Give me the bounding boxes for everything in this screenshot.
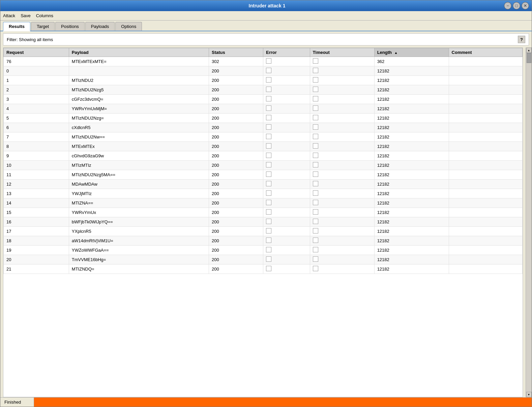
menu-columns[interactable]: Columns	[36, 13, 53, 18]
cell-length: 12182	[374, 255, 449, 264]
table-row[interactable]: 2MTIzNDU2Nzg520012182	[4, 85, 523, 95]
cell-payload: cGFzc3dvcmQ=	[69, 95, 209, 104]
scroll-up-button[interactable]: ▲	[526, 48, 532, 53]
cell-error	[263, 66, 310, 76]
cell-timeout	[310, 180, 374, 189]
filter-text: Filter: Showing all items	[7, 37, 53, 42]
cell-request: 2	[4, 85, 69, 95]
table-row[interactable]: 14MTIZNA==20012182	[4, 198, 523, 208]
cell-payload: MTExMTExMTE=	[69, 57, 209, 66]
cell-comment	[449, 151, 522, 161]
cell-timeout	[310, 161, 374, 170]
tab-payloads[interactable]: Payloads	[85, 22, 115, 31]
cell-timeout	[310, 57, 374, 66]
cell-payload: MTIzNDU2Nzg5MA==	[69, 170, 209, 180]
cell-length: 12182	[374, 189, 449, 198]
cell-comment	[449, 189, 522, 198]
table-row[interactable]: 1MTIzNDU220012182	[4, 76, 523, 85]
scroll-thumb[interactable]	[527, 53, 531, 63]
table-row[interactable]: 15YWRvYmUx20012182	[4, 208, 523, 217]
cell-timeout	[310, 227, 374, 236]
cell-error	[263, 198, 310, 208]
maximize-button[interactable]: □	[513, 2, 520, 9]
table-row[interactable]: 13YWJjMTIz20012182	[4, 189, 523, 198]
cell-request: 21	[4, 264, 69, 274]
col-request[interactable]: Request	[4, 48, 69, 57]
table-row[interactable]: 20TmVVME16bHg=20012182	[4, 255, 523, 264]
col-comment[interactable]: Comment	[449, 48, 522, 57]
results-table: Request Payload Status Error Timeout Len…	[3, 48, 523, 274]
cell-timeout	[310, 85, 374, 95]
cell-payload: MTIzNDU2	[69, 76, 209, 85]
cell-length: 12182	[374, 151, 449, 161]
table-row[interactable]: 7MTIzNDU2Nw==20012182	[4, 132, 523, 142]
tab-positions[interactable]: Positions	[55, 22, 85, 31]
table-row[interactable]: 17YXplcnR520012182	[4, 227, 523, 236]
table-header-row: Request Payload Status Error Timeout Len…	[4, 48, 523, 57]
table-row[interactable]: 10MTIzMTIz20012182	[4, 161, 523, 170]
cell-error	[263, 85, 310, 95]
minimize-button[interactable]: −	[504, 2, 511, 9]
table-row[interactable]: 11MTIzNDU2Nzg5MA==20012182	[4, 170, 523, 180]
tab-target[interactable]: Target	[31, 22, 55, 31]
cell-payload: cGhvdG9zaG9w	[69, 151, 209, 161]
status-label: Finished	[0, 398, 34, 407]
cell-error	[263, 189, 310, 198]
cell-status: 200	[209, 255, 263, 264]
col-payload[interactable]: Payload	[69, 48, 209, 57]
scroll-down-button[interactable]: ▼	[526, 392, 532, 397]
col-error[interactable]: Error	[263, 48, 310, 57]
table-wrapper[interactable]: Request Payload Status Error Timeout Len…	[3, 48, 523, 397]
cell-comment	[449, 180, 522, 189]
cell-payload: YXplcnR5	[69, 227, 209, 236]
cell-payload: bWFjbTk0WlJpYQ==	[69, 217, 209, 227]
table-row[interactable]: 16bWFjbTk0WlJpYQ==20012182	[4, 217, 523, 227]
scroll-track[interactable]	[526, 53, 532, 392]
cell-error	[263, 180, 310, 189]
cell-error	[263, 123, 310, 132]
col-length[interactable]: Length ▲	[374, 48, 449, 57]
cell-length: 12182	[374, 114, 449, 123]
cell-payload	[69, 66, 209, 76]
table-row[interactable]: 5MTIzNDU2Nzg=20012182	[4, 114, 523, 123]
table-body: 76MTExMTExMTE=3023620200121821MTIzNDU220…	[4, 57, 523, 274]
cell-length: 12182	[374, 76, 449, 85]
table-row[interactable]: 6cXdlcnR520012182	[4, 123, 523, 132]
cell-request: 7	[4, 132, 69, 142]
cell-comment	[449, 170, 522, 180]
cell-comment	[449, 208, 522, 217]
cell-timeout	[310, 142, 374, 151]
table-row[interactable]: 12MDAwMDAw20012182	[4, 180, 523, 189]
cell-length: 12182	[374, 161, 449, 170]
cell-payload: MDAwMDAw	[69, 180, 209, 189]
vertical-scrollbar[interactable]: ▲ ▼	[526, 48, 532, 397]
sort-arrow-icon: ▲	[394, 51, 398, 55]
table-row[interactable]: 020012182	[4, 66, 523, 76]
cell-error	[263, 227, 310, 236]
menu-attack[interactable]: Attack	[3, 13, 15, 18]
cell-status: 200	[209, 198, 263, 208]
table-row[interactable]: 19YWZoWWFGaA==20012182	[4, 246, 523, 255]
filter-help-button[interactable]: ?	[518, 36, 525, 43]
table-row[interactable]: 3cGFzc3dvcmQ=20012182	[4, 95, 523, 104]
col-timeout[interactable]: Timeout	[310, 48, 374, 57]
cell-payload: YWJjMTIz	[69, 189, 209, 198]
table-row[interactable]: 8MTExMTEx20012182	[4, 142, 523, 151]
table-row[interactable]: 4YWRvYmUxMjM=20012182	[4, 104, 523, 114]
cell-request: 14	[4, 198, 69, 208]
table-row[interactable]: 21MTIZNDQ=20012182	[4, 264, 523, 274]
table-row[interactable]: 76MTExMTExMTE=302362	[4, 57, 523, 66]
table-row[interactable]: 9cGhvdG9zaG9w20012182	[4, 151, 523, 161]
tab-options[interactable]: Options	[115, 22, 142, 31]
tabs-bar: Results Target Positions Payloads Option…	[0, 21, 532, 31]
cell-request: 1	[4, 76, 69, 85]
cell-payload: MTIzMTIz	[69, 161, 209, 170]
cell-comment	[449, 246, 522, 255]
col-status[interactable]: Status	[209, 48, 263, 57]
table-row[interactable]: 18aW14dmRtVjViM1U=20012182	[4, 236, 523, 246]
close-button[interactable]: ✕	[522, 2, 529, 9]
menu-save[interactable]: Save	[21, 13, 31, 18]
tab-results[interactable]: Results	[3, 22, 30, 31]
cell-error	[263, 246, 310, 255]
cell-comment	[449, 76, 522, 85]
